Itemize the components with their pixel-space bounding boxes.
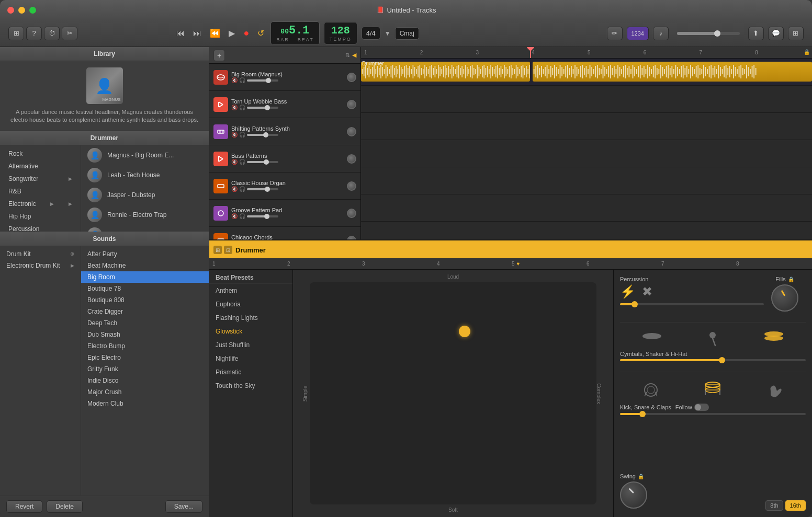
- kick-slider[interactable]: [620, 413, 806, 415]
- mute-btn-3[interactable]: 🔇: [231, 159, 238, 165]
- editor-btn-1[interactable]: ⊞: [213, 246, 222, 254]
- timeline-row-0[interactable]: Drummer for(let i=0;i<120;i++){}: [361, 59, 812, 86]
- count-in-btn[interactable]: 1234: [627, 27, 649, 40]
- timeline-row-2[interactable]: [361, 113, 812, 140]
- sound-modern-club[interactable]: Modern Club: [81, 398, 209, 409]
- genre-alternative[interactable]: Alternative: [0, 160, 81, 173]
- sound-type-electronic[interactable]: Electronic Drum Kit ▶: [0, 260, 81, 271]
- record-btn[interactable]: ●: [241, 26, 251, 41]
- hammer-icon[interactable]: ✖: [642, 284, 652, 299]
- genre-percussion[interactable]: Percussion: [0, 223, 81, 232]
- lightning-icon[interactable]: ⚡: [620, 284, 636, 299]
- volume-slider-1[interactable]: [247, 107, 278, 109]
- pan-knob-2[interactable]: [347, 127, 356, 136]
- sound-electro-bump[interactable]: Electro Bump: [81, 340, 209, 352]
- volume-slider-0[interactable]: [247, 79, 278, 82]
- sound-epic-electro[interactable]: Epic Electro: [81, 352, 209, 363]
- preset-nightlife[interactable]: Nightlife: [209, 352, 292, 365]
- sound-boutique-808[interactable]: Boutique 808: [81, 294, 209, 306]
- save-button[interactable]: Save...: [165, 500, 202, 513]
- cymbals-slider[interactable]: [620, 359, 806, 361]
- track-row-2[interactable]: Shifting Patterns Synth 🔇 🎧: [209, 118, 360, 145]
- genre-hiphop[interactable]: Hip Hop: [0, 210, 81, 223]
- drummer-jasper[interactable]: 👤 Jasper - Dubstep: [81, 185, 209, 205]
- sound-big-room[interactable]: Big Room: [81, 271, 209, 283]
- drummer-leah[interactable]: 👤 Leah - Tech House: [81, 165, 209, 185]
- sound-type-drumkit[interactable]: Drum Kit ⊕: [0, 248, 81, 260]
- tempo-display[interactable]: 128 TEMPO: [324, 22, 357, 44]
- track-row-3[interactable]: Bass Patterns 🔇 🎧: [209, 145, 360, 173]
- region-drummer-a[interactable]: for(let i=0;i<120;i++){}: [361, 62, 530, 82]
- sort-btn[interactable]: ⇅: [345, 52, 350, 59]
- preset-shufflin[interactable]: Just Shufflin: [209, 338, 292, 352]
- library-btn[interactable]: ⊞: [8, 27, 24, 40]
- volume-thumb[interactable]: [714, 30, 720, 37]
- sound-deep-tech[interactable]: Deep Tech: [81, 317, 209, 329]
- play-btn[interactable]: ▶: [227, 26, 237, 40]
- region-drummer-b[interactable]: [533, 62, 812, 82]
- preset-touch-sky[interactable]: Touch the Sky: [209, 379, 292, 393]
- headphone-btn-3[interactable]: 🎧: [239, 159, 245, 165]
- pad-canvas[interactable]: [310, 282, 596, 504]
- track-row-6[interactable]: Chicago Chords 🔇 🎧: [209, 227, 360, 239]
- pan-knob-4[interactable]: [347, 181, 356, 191]
- timeline-row-3[interactable]: [361, 140, 812, 167]
- time-sig-display[interactable]: 4/4: [362, 27, 380, 40]
- fold-btn[interactable]: ◀: [352, 52, 356, 59]
- mute-btn-4[interactable]: 🔇: [231, 186, 238, 192]
- headphone-btn-1[interactable]: 🎧: [239, 105, 245, 110]
- swing-knob[interactable]: [620, 481, 647, 509]
- mute-btn-2[interactable]: 🔇: [231, 132, 238, 137]
- timeline-row-5[interactable]: [361, 194, 812, 222]
- delete-button[interactable]: Delete: [47, 500, 83, 513]
- revert-button[interactable]: Revert: [6, 500, 42, 513]
- skip-back-btn[interactable]: ⏪: [208, 26, 222, 40]
- sound-dub-smash[interactable]: Dub Smash: [81, 329, 209, 340]
- cycle-btn[interactable]: ↺: [255, 26, 266, 40]
- volume-slider-3[interactable]: [247, 161, 278, 163]
- drummer-magnus[interactable]: 👤 Magnus - Big Room E...: [81, 145, 209, 165]
- timeline-row-4[interactable]: [361, 167, 812, 194]
- percussion-slider[interactable]: [620, 303, 764, 305]
- genre-rnb[interactable]: R&B: [0, 185, 81, 198]
- sound-major-crush[interactable]: Major Crush: [81, 386, 209, 398]
- pad-dot[interactable]: [459, 326, 470, 337]
- genre-electronic[interactable]: Electronic ▶: [0, 198, 81, 210]
- drummer-ronnie[interactable]: 👤 Ronnie - Electro Trap: [81, 205, 209, 225]
- kick-drum-icon[interactable]: [641, 381, 660, 399]
- scissors-btn[interactable]: ✂: [62, 27, 77, 40]
- note-8th-btn[interactable]: 8th: [765, 500, 783, 511]
- close-button[interactable]: [7, 7, 14, 14]
- sound-beat-machine[interactable]: Beat Machine: [81, 260, 209, 271]
- headphone-btn-0[interactable]: 🎧: [239, 77, 245, 83]
- mute-btn-0[interactable]: 🔇: [231, 77, 238, 83]
- preset-glowstick[interactable]: Glowstick: [209, 325, 292, 338]
- genre-songwriter[interactable]: Songwriter: [0, 173, 81, 185]
- sound-after-party[interactable]: After Party: [81, 248, 209, 260]
- sound-gritty-funk[interactable]: Gritty Funk: [81, 363, 209, 375]
- hihat-icon[interactable]: [763, 331, 784, 343]
- preset-euphoria[interactable]: Euphoria: [209, 297, 292, 311]
- tuner-btn[interactable]: ♪: [653, 27, 669, 40]
- pan-knob-6[interactable]: [347, 236, 356, 240]
- chat-btn[interactable]: 💬: [768, 27, 784, 40]
- fast-forward-btn[interactable]: ⏭: [191, 27, 204, 40]
- volume-slider-4[interactable]: [247, 188, 278, 190]
- rewind-btn[interactable]: ⏮: [174, 27, 187, 40]
- help-btn[interactable]: ?: [26, 27, 42, 40]
- drummer-julian[interactable]: 👤 Julian - Modern House: [81, 225, 209, 232]
- fills-knob[interactable]: [771, 284, 798, 312]
- metronome-btn[interactable]: ⏱: [44, 27, 60, 40]
- mute-btn-5[interactable]: 🔇: [231, 213, 238, 219]
- mute-btn-1[interactable]: 🔇: [231, 105, 238, 110]
- headphone-btn-2[interactable]: 🎧: [239, 132, 245, 137]
- pan-knob-0[interactable]: [347, 73, 356, 82]
- sound-crate-digger[interactable]: Crate Digger: [81, 306, 209, 317]
- share-btn[interactable]: ⬆: [748, 27, 764, 40]
- crash-cymbal-icon[interactable]: [641, 331, 662, 341]
- sound-boutique-78[interactable]: Boutique 78: [81, 283, 209, 294]
- headphone-btn-5[interactable]: 🎧: [239, 213, 245, 219]
- volume-slider-2[interactable]: [247, 134, 278, 136]
- track-row-1[interactable]: Torn Up Wobble Bass 🔇 🎧: [209, 91, 360, 118]
- key-display[interactable]: Cmaj: [395, 27, 419, 40]
